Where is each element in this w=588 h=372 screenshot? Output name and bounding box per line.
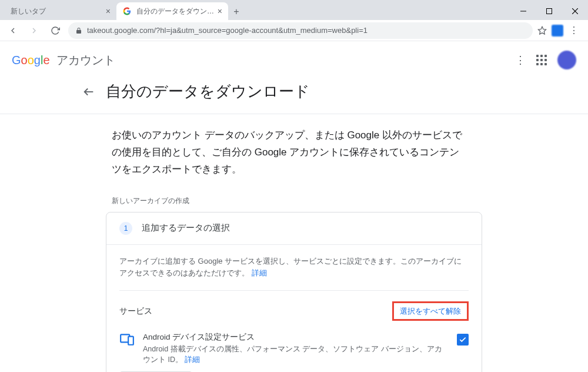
- page-menu-icon[interactable]: ⋮: [515, 54, 526, 67]
- browser-chrome: 新しいタブ × 自分のデータをダウンロード × +: [0, 0, 588, 41]
- details-link[interactable]: 詳細: [185, 356, 200, 364]
- google-favicon: [122, 6, 132, 16]
- bookmark-star-icon[interactable]: [537, 26, 547, 35]
- url-text: takeout.google.com/?hl=ja&utm_source=goo…: [87, 26, 368, 35]
- intro-text: お使いのアカウント データのバックアップ、または Google 以外のサービスで…: [88, 114, 500, 178]
- service-header-row: サービス 選択をすべて解除: [119, 291, 469, 323]
- deselect-all-button[interactable]: 選択をすべて解除: [400, 306, 461, 317]
- back-arrow-icon[interactable]: [82, 85, 95, 98]
- maximize-button[interactable]: [536, 2, 562, 20]
- svg-marker-4: [538, 26, 546, 34]
- logo-letter: o: [21, 54, 28, 67]
- step-description: アーカイブに追加する Google サービスを選択し、サービスごとに設定できます…: [119, 255, 469, 291]
- page-header: Google アカウント ⋮: [0, 41, 588, 79]
- product-checkbox[interactable]: [457, 334, 469, 346]
- reload-button[interactable]: [47, 22, 64, 39]
- service-label: サービス: [119, 306, 152, 317]
- extension-icon[interactable]: [552, 25, 563, 36]
- step-title: 追加するデータの選択: [142, 222, 230, 234]
- address-bar: takeout.google.com/?hl=ja&utm_source=goo…: [0, 20, 588, 41]
- product-body: Android デバイス設定サービス Android 搭載デバイスの属性、パフォ…: [143, 331, 449, 366]
- chrome-menu-icon[interactable]: ⋮: [568, 25, 580, 36]
- close-icon[interactable]: ×: [106, 7, 111, 15]
- tab-new[interactable]: 新しいタブ ×: [5, 2, 116, 20]
- product-title: Android デバイス設定サービス: [143, 331, 449, 343]
- lock-icon: [75, 27, 82, 34]
- step-desc-text: アーカイブに追加する Google サービスを選択し、サービスごとに設定できます…: [119, 257, 462, 278]
- page-title: 自分のデータをダウンロード: [106, 81, 310, 102]
- window-controls: [510, 2, 588, 20]
- google-account-logo[interactable]: Google アカウント: [12, 52, 115, 68]
- new-tab-button[interactable]: +: [228, 4, 245, 20]
- content-body: お使いのアカウント データのバックアップ、または Google 以外のサービスで…: [88, 114, 500, 372]
- tab-strip: 新しいタブ × 自分のデータをダウンロード × +: [0, 0, 588, 20]
- title-row: 自分のデータをダウンロード: [75, 79, 500, 107]
- window-close-button[interactable]: [562, 2, 588, 20]
- svg-rect-7: [128, 337, 133, 345]
- forward-button[interactable]: [26, 22, 42, 39]
- minimize-button[interactable]: [510, 2, 536, 20]
- apps-grid-icon[interactable]: [536, 55, 547, 65]
- avatar[interactable]: [557, 51, 576, 69]
- close-icon[interactable]: ×: [218, 7, 222, 15]
- main-content: 自分のデータをダウンロード: [88, 79, 500, 107]
- section-label: 新しいアーカイブの作成: [88, 178, 500, 212]
- highlight-box: 選択をすべて解除: [392, 301, 469, 321]
- details-link[interactable]: 詳細: [252, 268, 267, 277]
- tab-takeout[interactable]: 自分のデータをダウンロード ×: [116, 2, 228, 20]
- product-row-android: Android デバイス設定サービス Android 搭載デバイスの属性、パフォ…: [119, 323, 469, 366]
- url-box[interactable]: takeout.google.com/?hl=ja&utm_source=goo…: [68, 22, 533, 39]
- step-body: アーカイブに追加する Google サービスを選択し、サービスごとに設定できます…: [106, 245, 482, 372]
- tab-title: 新しいタブ: [11, 6, 106, 16]
- logo-letter: G: [12, 54, 21, 67]
- step-header[interactable]: 1 追加するデータの選択: [106, 212, 482, 245]
- logo-letter: o: [28, 54, 34, 67]
- header-right: ⋮: [515, 51, 576, 69]
- addr-bar-right: ⋮: [537, 25, 583, 36]
- back-button[interactable]: [5, 22, 21, 39]
- step-number: 1: [119, 222, 132, 235]
- logo-letter: e: [43, 54, 49, 67]
- svg-rect-1: [547, 9, 552, 14]
- tab-title: 自分のデータをダウンロード: [136, 6, 218, 16]
- product-description: Android 搭載デバイスの属性、パフォーマンス データ、ソフトウェア バージ…: [143, 344, 449, 366]
- account-label: アカウント: [56, 54, 115, 67]
- logo-letter: g: [34, 54, 41, 67]
- archive-card: 1 追加するデータの選択 アーカイブに追加する Google サービスを選択し、…: [106, 212, 482, 372]
- devices-icon: [119, 331, 135, 347]
